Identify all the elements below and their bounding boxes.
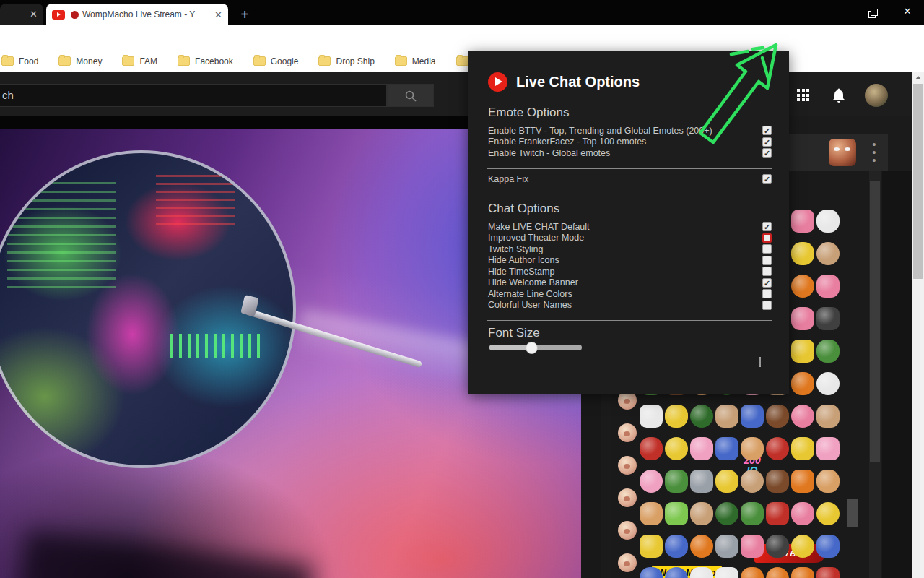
emote[interactable] [640,470,663,493]
checkbox[interactable]: ✓ [762,126,772,135]
checkbox[interactable] [762,267,772,276]
emote[interactable] [816,242,840,265]
emote[interactable] [791,535,814,558]
emote[interactable] [816,372,840,395]
emote[interactable] [816,535,840,558]
scrollbar-up-arrow[interactable] [915,76,921,79]
emote[interactable] [816,307,840,330]
emote[interactable] [741,405,764,428]
tab-close-icon[interactable]: ✕ [214,9,222,20]
emote[interactable] [741,470,764,493]
chat-pinned-avatar[interactable] [829,139,856,166]
new-tab-button[interactable]: + [235,6,254,23]
emote[interactable] [816,210,840,233]
emote[interactable] [741,502,764,525]
emote[interactable] [791,470,814,493]
emote[interactable] [690,405,713,428]
search-input[interactable]: ch [0,84,387,107]
bookmark-item[interactable]: Facebook [178,56,233,66]
emote[interactable] [766,502,789,525]
emote[interactable] [791,210,814,233]
bookmark-item[interactable]: Drop Ship [318,56,374,66]
emote[interactable] [690,567,713,578]
emote[interactable] [640,567,663,578]
emote[interactable] [816,437,840,460]
bookmark-item[interactable]: Google [253,56,299,66]
emote[interactable] [766,535,789,558]
emote[interactable] [766,405,789,428]
emote[interactable] [715,405,738,428]
extra-option-checkbox[interactable] [759,355,761,368]
checkbox[interactable]: ✓ [762,137,772,147]
emote[interactable] [665,437,688,460]
emote[interactable] [766,567,789,578]
emote[interactable] [791,372,814,395]
bookmark-item[interactable]: Money [58,56,102,66]
emote[interactable] [816,502,840,525]
chat-menu-icon[interactable]: ••• [869,140,879,165]
window-minimize-button[interactable]: – [825,0,854,23]
emote[interactable] [665,535,688,558]
emote[interactable] [791,437,814,460]
emote[interactable] [665,470,688,493]
emote[interactable] [791,405,814,428]
user-avatar[interactable] [865,84,888,107]
emote[interactable] [690,470,713,493]
emote[interactable] [766,437,789,460]
checkbox[interactable] [762,256,772,265]
slider-thumb[interactable] [526,342,538,354]
checkbox[interactable] [762,244,772,254]
search-button[interactable] [387,84,434,107]
emote[interactable] [791,307,814,330]
emote[interactable] [791,340,814,363]
checkbox[interactable]: ✓ [762,278,772,288]
emote[interactable] [741,535,764,558]
bookmark-item[interactable]: Food [1,56,38,66]
tab-inactive[interactable]: ✕ [0,4,43,25]
checkbox[interactable] [762,233,772,243]
emote[interactable] [690,535,713,558]
checkbox[interactable] [762,289,772,298]
emote[interactable] [741,437,764,460]
tab-active[interactable]: WompMacho Live Stream - Y ✕ [46,4,228,25]
emote[interactable] [766,470,789,493]
emote[interactable] [715,437,738,460]
tab-close-icon[interactable]: ✕ [30,9,38,20]
emote[interactable] [690,502,713,525]
emote-scrollbar-thumb[interactable] [870,181,880,462]
window-close-button[interactable]: ✕ [893,0,922,23]
emote[interactable] [816,567,840,578]
emote[interactable] [791,567,814,578]
emote[interactable] [741,567,764,578]
emote[interactable] [715,535,738,558]
bookmark-item[interactable]: FAM [122,56,157,66]
checkbox[interactable]: ✓ [762,222,772,231]
emote[interactable] [640,535,663,558]
emote[interactable] [665,405,688,428]
checkbox[interactable]: ✓ [762,174,772,184]
emote[interactable] [791,275,814,298]
emote[interactable] [715,470,738,493]
emote[interactable] [665,567,688,578]
emote[interactable] [816,405,840,428]
scrollbar-thumb[interactable] [913,84,923,279]
page-scrollbar[interactable] [912,72,924,578]
bookmark-item[interactable]: Media [395,56,436,66]
youtube-apps-icon[interactable] [797,89,809,101]
emote[interactable] [665,502,688,525]
checkbox[interactable]: ✓ [762,148,772,158]
checkbox[interactable] [762,301,772,310]
emote[interactable] [690,437,713,460]
inner-scrollbar-thumb[interactable] [847,499,858,527]
notifications-bell-icon[interactable] [830,87,847,104]
font-size-slider[interactable] [489,342,582,353]
emote[interactable] [791,242,814,265]
emote[interactable] [791,502,814,525]
emote[interactable] [816,340,840,363]
emote[interactable] [816,470,840,493]
emote[interactable] [715,567,738,578]
window-restore-button[interactable] [859,0,888,23]
emote[interactable] [640,405,663,428]
emote[interactable] [816,275,840,298]
emote[interactable] [640,502,663,525]
